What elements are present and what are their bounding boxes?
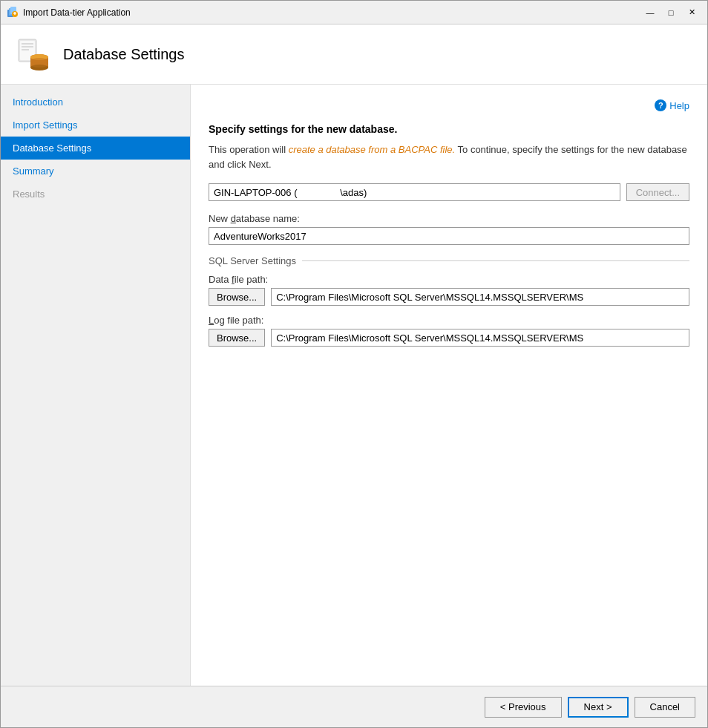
sql-settings-title: SQL Server Settings	[209, 255, 689, 266]
sidebar-item-results: Results	[1, 183, 190, 206]
section-title: Specify settings for the new database.	[209, 123, 689, 135]
window-controls: — □ ✕	[640, 5, 701, 20]
help-icon: ?	[655, 99, 666, 111]
sidebar: Introduction Import Settings Database Se…	[1, 85, 191, 686]
sidebar-item-import-settings[interactable]: Import Settings	[1, 114, 190, 137]
db-name-group: New database name:	[209, 213, 689, 245]
sidebar-item-database-settings[interactable]: Database Settings	[1, 137, 190, 160]
content-area: ? Help Specify settings for the new data…	[191, 85, 707, 686]
db-name-label: New database name:	[209, 213, 689, 224]
app-icon	[7, 7, 19, 19]
title-bar: Import Data-tier Application — □ ✕	[1, 1, 707, 24]
connect-button[interactable]: Connect...	[626, 183, 689, 201]
next-button[interactable]: Next >	[568, 697, 629, 718]
minimize-button[interactable]: —	[640, 5, 660, 20]
svg-rect-5	[14, 12, 16, 15]
sidebar-item-introduction[interactable]: Introduction	[1, 91, 190, 114]
browse-data-button[interactable]: Browse...	[209, 288, 265, 306]
main-content: Introduction Import Settings Database Se…	[1, 85, 707, 686]
db-name-input[interactable]	[209, 227, 689, 245]
help-link[interactable]: ? Help	[209, 99, 689, 111]
browse-log-button[interactable]: Browse...	[209, 329, 265, 347]
description: This operation will create a database fr…	[209, 142, 689, 171]
log-file-underline: L	[209, 315, 214, 326]
header-icon	[16, 36, 51, 72]
data-file-row: Browse...	[209, 288, 689, 306]
desc-highlight: create a database from a BACPAC file.	[289, 144, 455, 155]
data-file-input[interactable]	[271, 288, 689, 306]
help-label: Help	[669, 100, 689, 111]
maximize-button[interactable]: □	[661, 5, 681, 20]
footer: < Previous Next > Cancel	[1, 686, 707, 727]
db-name-underline: d	[231, 213, 236, 224]
log-file-input[interactable]	[271, 329, 689, 347]
close-button[interactable]: ✕	[682, 5, 701, 20]
log-file-label: Log file path:	[209, 315, 689, 326]
svg-point-16	[30, 62, 48, 68]
data-file-underline: f	[232, 274, 235, 285]
header: Database Settings	[1, 24, 707, 85]
previous-button[interactable]: < Previous	[485, 697, 562, 718]
sql-settings-group: SQL Server Settings Data file path: Brow…	[209, 255, 689, 347]
server-input[interactable]	[209, 183, 620, 201]
server-connection-row: Connect...	[209, 183, 689, 201]
desc-part1: This operation will	[209, 144, 286, 155]
cancel-button[interactable]: Cancel	[635, 697, 695, 718]
main-window: Import Data-tier Application — □ ✕	[0, 0, 708, 728]
log-file-row: Browse...	[209, 329, 689, 347]
data-file-label: Data file path:	[209, 274, 689, 285]
page-title: Database Settings	[63, 46, 184, 63]
sidebar-item-summary[interactable]: Summary	[1, 160, 190, 183]
window-title: Import Data-tier Application	[23, 7, 640, 18]
